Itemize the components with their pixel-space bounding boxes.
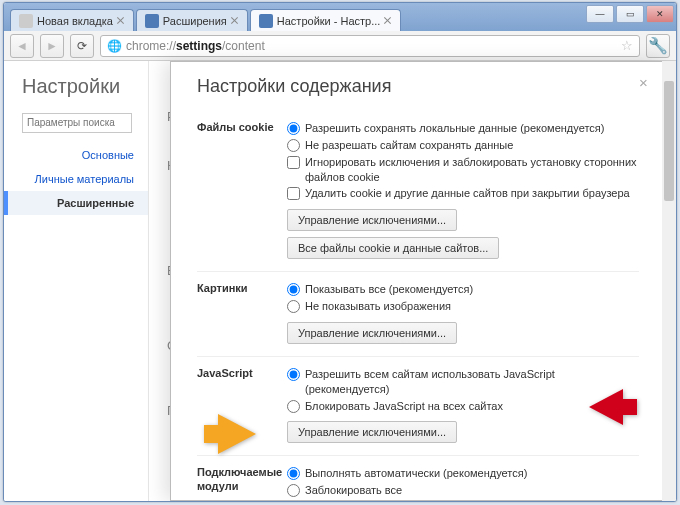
back-button[interactable]: ◄ xyxy=(10,34,34,58)
plugins-auto-option[interactable]: Выполнять автоматически (рекомендуется) xyxy=(287,466,639,481)
section-label: Картинки xyxy=(197,280,287,344)
bookmark-star-icon[interactable]: ☆ xyxy=(621,38,633,53)
url-host: settings xyxy=(176,39,222,53)
globe-icon: 🌐 xyxy=(107,39,122,53)
section-cookies: Файлы cookie Разрешить сохранять локальн… xyxy=(197,111,639,271)
section-plugins: Подключаемые модули Выполнять автоматиче… xyxy=(197,455,639,501)
section-label: Файлы cookie xyxy=(197,119,287,259)
minimize-button[interactable]: — xyxy=(586,5,614,23)
scroll-thumb[interactable] xyxy=(664,81,674,201)
js-manage-button[interactable]: Управление исключениями... xyxy=(287,421,457,443)
wrench-menu-button[interactable]: 🔧 xyxy=(646,34,670,58)
modal-title: Настройки содержания xyxy=(197,76,639,97)
window-close-button[interactable]: ✕ xyxy=(646,5,674,23)
cookies-block-option[interactable]: Не разрешать сайтам сохранять данные xyxy=(287,138,639,153)
toolbar: ◄ ► ⟳ 🌐 chrome:// settings /content ☆ 🔧 xyxy=(4,31,676,61)
url-path: /content xyxy=(222,39,265,53)
address-bar[interactable]: 🌐 chrome:// settings /content ☆ xyxy=(100,35,640,57)
favicon-icon xyxy=(259,14,273,28)
section-label: Подключаемые модули xyxy=(197,464,287,501)
images-hide-option[interactable]: Не показывать изображения xyxy=(287,299,639,314)
tab-title: Расширения xyxy=(163,15,227,27)
close-icon[interactable] xyxy=(117,17,125,25)
section-javascript: JavaScript Разрешить всем сайтам использ… xyxy=(197,356,639,456)
modal-backdrop: × Настройки содержания Файлы cookie Разр… xyxy=(4,61,676,501)
tab-strip: Новая вкладка Расширения Настройки - Нас… xyxy=(4,3,676,31)
reload-button[interactable]: ⟳ xyxy=(70,34,94,58)
close-icon[interactable] xyxy=(384,17,392,25)
scrollbar[interactable] xyxy=(662,61,676,501)
cookies-ignore-option[interactable]: Игнорировать исключения и заблокировать … xyxy=(287,155,639,185)
images-manage-button[interactable]: Управление исключениями... xyxy=(287,322,457,344)
section-label: JavaScript xyxy=(197,365,287,444)
cookies-clear-option[interactable]: Удалить cookie и другие данные сайтов пр… xyxy=(287,186,639,201)
window-controls: — ▭ ✕ xyxy=(584,5,674,23)
modal-close-button[interactable]: × xyxy=(639,74,653,88)
favicon-icon xyxy=(145,14,159,28)
browser-window: Новая вкладка Расширения Настройки - Нас… xyxy=(3,2,677,502)
section-images: Картинки Показывать все (рекомендуется) … xyxy=(197,271,639,356)
images-show-option[interactable]: Показывать все (рекомендуется) xyxy=(287,282,639,297)
url-scheme: chrome:// xyxy=(126,39,176,53)
tab-extensions[interactable]: Расширения xyxy=(136,9,248,31)
maximize-button[interactable]: ▭ xyxy=(616,5,644,23)
js-allow-option[interactable]: Разрешить всем сайтам использовать JavaS… xyxy=(287,367,639,397)
plugins-block-option[interactable]: Заблокировать все xyxy=(287,483,639,498)
close-icon[interactable] xyxy=(231,17,239,25)
content-settings-modal: × Настройки содержания Файлы cookie Разр… xyxy=(170,61,666,501)
cookies-manage-button[interactable]: Управление исключениями... xyxy=(287,209,457,231)
tab-settings[interactable]: Настройки - Настр... xyxy=(250,9,402,31)
cookies-all-button[interactable]: Все файлы cookie и данные сайтов... xyxy=(287,237,499,259)
cookies-allow-option[interactable]: Разрешить сохранять локальные данные (ре… xyxy=(287,121,639,136)
favicon-icon xyxy=(19,14,33,28)
tab-title: Настройки - Настр... xyxy=(277,15,381,27)
js-block-option[interactable]: Блокировать JavaScript на всех сайтах xyxy=(287,399,639,414)
tab-title: Новая вкладка xyxy=(37,15,113,27)
tab-new[interactable]: Новая вкладка xyxy=(10,9,134,31)
forward-button[interactable]: ► xyxy=(40,34,64,58)
